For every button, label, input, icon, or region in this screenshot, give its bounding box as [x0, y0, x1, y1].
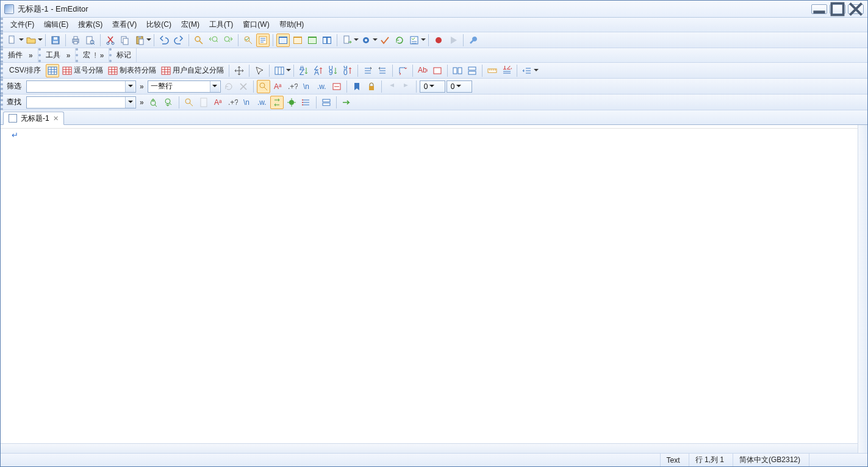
bm-next-button[interactable] [400, 80, 413, 93]
filter-input[interactable] [26, 80, 136, 93]
extra-2-button[interactable] [376, 64, 389, 77]
document-tab[interactable]: 无标题-1 ✕ [3, 112, 64, 125]
filter-refresh-button[interactable] [222, 80, 235, 93]
settings-button[interactable] [359, 34, 373, 47]
open-file-dropdown[interactable] [38, 34, 42, 47]
outdent-dropdown[interactable] [534, 64, 538, 77]
find-expand[interactable] [137, 98, 146, 107]
view-mode-3-button[interactable] [306, 34, 319, 47]
sort-09-button[interactable]: 09 [326, 64, 340, 77]
close-button[interactable] [848, 4, 864, 14]
filter-dropdown-arrow[interactable] [125, 81, 135, 92]
find-search-button[interactable] [182, 96, 196, 109]
linenum-button[interactable]: 123 [500, 64, 514, 77]
save-button[interactable] [49, 34, 62, 47]
menu-window[interactable]: 窗口(W) [238, 18, 274, 31]
export-dropdown[interactable] [354, 34, 358, 47]
find-input[interactable] [26, 96, 136, 109]
find-button[interactable] [192, 34, 206, 47]
status-encoding[interactable]: 简体中文(GB2312) [733, 454, 800, 466]
sort-za-button[interactable]: ZA [312, 64, 325, 77]
find-prev-button[interactable] [207, 34, 220, 47]
bookmark-button[interactable] [350, 80, 364, 93]
extra-1-button[interactable] [361, 64, 375, 77]
zoom-reset-button[interactable] [242, 34, 255, 47]
filter-negative-button[interactable] [330, 80, 343, 93]
find-incremental-button[interactable] [299, 96, 313, 109]
cursor-button[interactable] [253, 64, 266, 77]
find-doc-button[interactable] [197, 96, 210, 109]
filter-regex-button[interactable]: .+? [286, 80, 299, 93]
num-a-arrow[interactable] [428, 81, 436, 92]
macros-expand[interactable] [98, 51, 107, 60]
columns-dropdown[interactable] [286, 64, 290, 77]
sort-90-button[interactable]: 90 [341, 64, 354, 77]
find-word-button[interactable]: .w. [256, 96, 269, 109]
find-highlight-button[interactable] [285, 96, 298, 109]
macro-play-button[interactable] [447, 34, 460, 47]
macro-record-button[interactable] [432, 34, 445, 47]
settings-dropdown[interactable] [373, 34, 377, 47]
find-goto-button[interactable] [340, 96, 353, 109]
num-b-arrow[interactable] [454, 81, 463, 92]
split-v-button[interactable] [465, 64, 479, 77]
view-mode-4-button[interactable] [320, 34, 334, 47]
filter-column-arrow[interactable] [210, 81, 220, 92]
menu-compare[interactable]: 比较(C) [142, 18, 176, 31]
menu-macro[interactable]: 宏(M) [176, 18, 204, 31]
filter-case-button[interactable]: Aª [271, 80, 285, 93]
pivot-button[interactable] [396, 64, 409, 77]
new-file-button[interactable] [5, 34, 19, 47]
csv-grid-button[interactable] [46, 64, 59, 77]
tab-close-button[interactable]: ✕ [53, 115, 59, 123]
find-newline-button[interactable]: \n [241, 96, 254, 109]
options-button[interactable] [407, 34, 421, 47]
outdent-button[interactable] [520, 64, 534, 77]
filter-newline-button[interactable]: \n [301, 80, 314, 93]
find-down-button[interactable] [162, 96, 176, 109]
undo-button[interactable] [157, 34, 171, 47]
vertical-scrollbar[interactable] [858, 125, 867, 453]
menu-help[interactable]: 帮助(H) [274, 18, 309, 31]
csv-tab-button[interactable]: 制表符分隔 [106, 64, 158, 77]
filter-column-select[interactable]: 一整行 [148, 80, 221, 93]
print-button[interactable] [69, 34, 82, 47]
new-file-dropdown[interactable] [19, 34, 23, 47]
find-regex-button[interactable]: .+? [226, 96, 240, 109]
find-replace-button[interactable] [320, 96, 333, 109]
spellcheck-button[interactable] [378, 34, 392, 47]
abc-button[interactable]: Abc [416, 64, 429, 77]
sort-az-button[interactable]: AZ [297, 64, 310, 77]
minimize-button[interactable] [811, 4, 827, 14]
csv-user-button[interactable]: 用户自定义分隔 [159, 64, 226, 77]
plugins-expand[interactable] [26, 51, 35, 60]
redo-button[interactable] [172, 34, 185, 47]
filter-num-b[interactable]: 0 [447, 80, 472, 93]
filter-clear-button[interactable] [237, 80, 250, 93]
view-mode-2-button[interactable] [291, 34, 304, 47]
wrap-mode-button[interactable] [256, 34, 270, 47]
ruler-button[interactable] [486, 64, 499, 77]
csv-comma-button[interactable]: 逗号分隔 [60, 64, 105, 77]
find-case-button[interactable]: Aª [212, 96, 225, 109]
open-file-button[interactable] [24, 34, 38, 47]
menu-view[interactable]: 查看(V) [107, 18, 142, 31]
find-up-button[interactable] [148, 96, 161, 109]
find-next-button[interactable] [221, 34, 235, 47]
menu-file[interactable]: 文件(F) [5, 18, 39, 31]
menu-search[interactable]: 搜索(S) [73, 18, 107, 31]
paste-dropdown[interactable] [146, 34, 151, 47]
editor-area[interactable]: ↵ [1, 125, 867, 453]
maximize-button[interactable] [830, 4, 845, 14]
move-button[interactable] [232, 64, 246, 77]
wrench-button[interactable] [467, 34, 480, 47]
lock-button[interactable] [365, 80, 378, 93]
refresh-button[interactable] [393, 34, 406, 47]
paste-button[interactable] [133, 34, 146, 47]
view-mode-1-button[interactable] [276, 34, 290, 47]
tools-expand[interactable] [64, 51, 73, 60]
filter-num-a[interactable]: 0 [420, 80, 445, 93]
find-wrap-button[interactable] [270, 96, 284, 109]
cut-button[interactable] [104, 34, 117, 47]
menu-edit[interactable]: 编辑(E) [39, 18, 73, 31]
